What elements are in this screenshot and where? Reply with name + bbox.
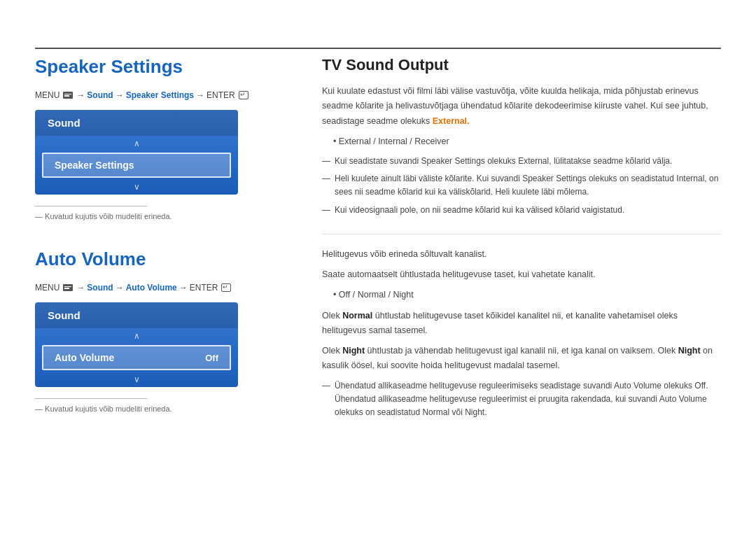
- menu-label2: MENU: [35, 283, 59, 293]
- arrow2: →: [115, 90, 124, 100]
- note-speaker-external: ― Kui seadistate suvandi Speaker Setting…: [322, 155, 721, 168]
- bullet-off-normal-night: Off / Normal / Night: [333, 288, 721, 302]
- enter-icon: [239, 91, 248, 99]
- speaker-settings-item[interactable]: Speaker Settings: [42, 153, 231, 178]
- bullet-external-internal: External / Internal / Receiver: [333, 134, 721, 149]
- auto-vol-body2: Saate automaatselt ühtlustada helitugevu…: [322, 267, 721, 282]
- tv-sound-body1: Kui kuulate edastust või filmi läbi väli…: [322, 84, 721, 129]
- auto-volume-right-section: Helitugevus võib erineda sõltuvalt kanal…: [322, 247, 721, 419]
- auto-vol-menu-header: Sound: [35, 302, 238, 328]
- auto-vol-down-arrow: ∨: [35, 372, 238, 387]
- right-section-divider: [322, 234, 721, 234]
- auto-vol-footnote: Kuvatud kujutis võib mudeliti erineda.: [35, 405, 294, 413]
- arrow6: →: [179, 283, 188, 293]
- arrow4: →: [76, 283, 85, 293]
- auto-volume-item[interactable]: Auto Volume Off: [42, 345, 231, 370]
- auto-vol-normal-desc: Olek Normal ühtlustab helitugevuse taset…: [322, 309, 721, 339]
- auto-vol-bullets: Off / Normal / Night: [333, 288, 721, 302]
- auto-volume-title: Auto Volume: [35, 248, 294, 270]
- left-panel: Speaker Settings MENU → Sound → Speaker …: [35, 56, 294, 413]
- auto-vol-body1: Helitugevus võib erineda sõltuvalt kanal…: [322, 247, 721, 262]
- speaker-settings-item-label: Speaker Settings: [55, 160, 134, 171]
- note-auto-vol: ― Ühendatud allikaseadme helitugevuse re…: [322, 379, 721, 420]
- tv-sound-output-title: TV Sound Output: [322, 56, 721, 74]
- sound-link2: Sound: [87, 283, 113, 293]
- auto-volume-item-value: Off: [205, 353, 218, 363]
- note-speaker-nosignal: ― Kui videosignaali pole, on nii seadme …: [322, 204, 721, 217]
- arrow1: →: [76, 90, 85, 100]
- enter-icon2: [221, 283, 231, 292]
- speaker-settings-section: Speaker Settings MENU → Sound → Speaker …: [35, 56, 294, 220]
- enter-label2: ENTER: [190, 283, 218, 293]
- auto-vol-tv-menu: Sound ∧ Auto Volume Off ∨: [35, 302, 238, 387]
- auto-vol-menu-path: MENU → Sound → Auto Volume → ENTER: [35, 283, 294, 293]
- arrow3: →: [196, 90, 204, 100]
- menu-icon: [63, 92, 73, 99]
- auto-volume-link: Auto Volume: [126, 283, 177, 293]
- tv-sound-output-section: TV Sound Output Kui kuulate edastust või…: [322, 56, 721, 217]
- speaker-down-arrow: ∨: [35, 179, 238, 195]
- speaker-tv-menu: Sound ∧ Speaker Settings ∨: [35, 110, 238, 195]
- speaker-footnote: Kuvatud kujutis võib mudeliti erineda.: [35, 212, 294, 220]
- right-panel: TV Sound Output Kui kuulate edastust või…: [322, 56, 721, 423]
- arrow5: →: [115, 283, 124, 293]
- auto-vol-night-desc: Olek Night ühtlustab ja vähendab helitug…: [322, 344, 721, 374]
- speaker-menu-path: MENU → Sound → Speaker Settings → ENTER: [35, 90, 294, 100]
- enter-label: ENTER: [206, 90, 235, 100]
- menu-icon2: [63, 284, 73, 291]
- top-divider: [35, 48, 721, 49]
- speaker-settings-title: Speaker Settings: [35, 56, 294, 78]
- speaker-divider: [35, 206, 147, 206]
- speaker-settings-link: Speaker Settings: [126, 90, 194, 100]
- speaker-menu-header: Sound: [35, 110, 238, 136]
- note-speaker-internal: ― Heli kuulete ainult läbi väliste kõlar…: [322, 172, 721, 199]
- sound-link: Sound: [87, 90, 113, 100]
- auto-vol-divider: [35, 398, 147, 399]
- auto-volume-item-label: Auto Volume: [55, 352, 114, 363]
- tv-sound-bullets: External / Internal / Receiver: [333, 134, 721, 149]
- speaker-up-arrow: ∧: [35, 136, 238, 151]
- auto-vol-up-arrow: ∧: [35, 328, 238, 344]
- auto-volume-section: Auto Volume MENU → Sound → Auto Volume →…: [35, 248, 294, 413]
- menu-label: MENU: [35, 90, 59, 100]
